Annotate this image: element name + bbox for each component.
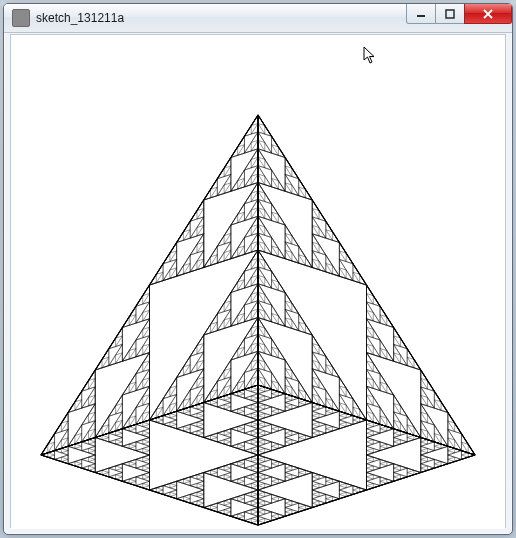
close-icon bbox=[482, 9, 494, 19]
maximize-icon bbox=[445, 9, 455, 19]
minimize-button[interactable] bbox=[406, 4, 436, 24]
processing-app-icon bbox=[12, 9, 30, 27]
maximize-button[interactable] bbox=[435, 4, 465, 24]
sketch-client-area bbox=[10, 34, 506, 528]
app-window: sketch_131211a bbox=[3, 3, 513, 535]
svg-rect-1 bbox=[446, 10, 454, 18]
sketch-canvas[interactable] bbox=[11, 35, 505, 529]
close-button[interactable] bbox=[464, 4, 512, 24]
window-title: sketch_131211a bbox=[36, 11, 124, 25]
svg-rect-0 bbox=[417, 15, 425, 17]
titlebar[interactable]: sketch_131211a bbox=[4, 4, 512, 33]
window-controls bbox=[407, 4, 512, 24]
minimize-icon bbox=[416, 9, 426, 19]
